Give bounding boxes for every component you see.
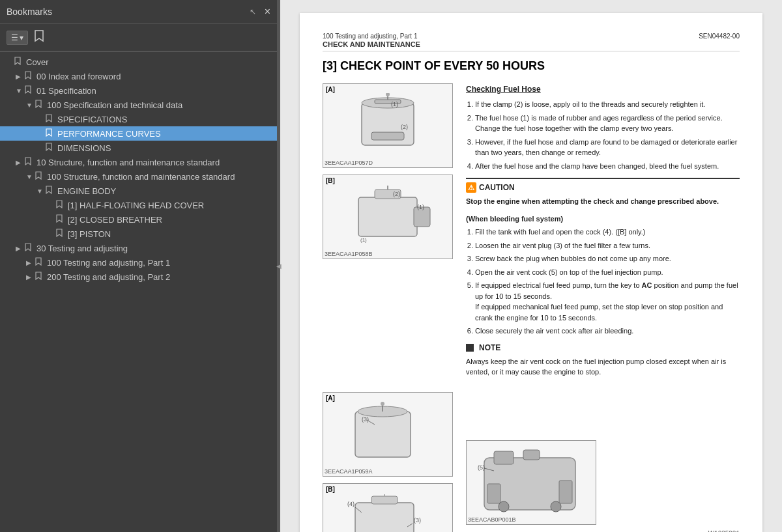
checking-steps-list: If the clamp (2) is loose, apply oil to … — [475, 99, 740, 171]
tree-item-half-float[interactable]: [1] HALF-FLOATING HEAD COVER — [0, 198, 280, 212]
image-B2-svg: (4) (3) — [336, 493, 440, 533]
header-left-col: 100 Testing and adjusting, Part 1 CHECK … — [323, 33, 420, 48]
arrow-spec — [16, 87, 25, 94]
tree-item-structure[interactable]: 10 Structure, function and maintenance s… — [0, 155, 280, 169]
image-B2: [B] (4) (3) 3EEACAA1P060A — [323, 483, 453, 533]
svg-rect-32 — [559, 481, 572, 503]
checking-fuel-hose-title: Checking Fuel Hose — [466, 83, 740, 95]
label-spec: 01 Specification — [36, 86, 275, 96]
label-engine-body: ENGINE BODY — [57, 186, 275, 196]
new-bookmark-button[interactable] — [32, 28, 46, 47]
bookmark-engine-body — [46, 186, 55, 196]
image-A2: [A] (3) 3EEACAA1P059A — [323, 392, 453, 477]
checking-step-4: After the fuel hose and the clamp have b… — [475, 161, 740, 172]
image-B1-caption: 3EEACAA1P058B — [325, 251, 373, 257]
svg-text:(2): (2) — [401, 124, 408, 130]
bottom-images: [A] (3) 3EEACAA1P059A [B] — [323, 392, 453, 533]
checking-step-2: The fuel hose (1) is made of rubber and … — [475, 113, 740, 134]
doc-main-title: [3] CHECK POINT OF EVERY 50 HOURS — [323, 59, 740, 73]
tree-item-engine-body[interactable]: ENGINE BODY — [0, 184, 280, 198]
toolbar: ☰ ▾ — [0, 24, 280, 51]
bookmark-testing — [25, 243, 34, 253]
label-structure: 10 Structure, function and maintenance s… — [36, 158, 275, 167]
image-A2-label: [A] — [326, 395, 335, 402]
label-closed-breather: [2] CLOSED BREATHER — [68, 215, 275, 225]
bookmark-dimensions — [46, 143, 55, 153]
note-icon — [466, 344, 474, 352]
svg-rect-30 — [523, 450, 540, 460]
panel-title: Bookmarks — [7, 7, 52, 17]
svg-text:(1): (1) — [360, 237, 367, 243]
bookmark-cover — [14, 57, 23, 67]
arrow-struct-100 — [26, 173, 35, 180]
header-subtitle: CHECK AND MAINTENANCE — [323, 40, 420, 48]
tree-item-specifications[interactable]: SPECIFICATIONS — [0, 112, 280, 126]
bleeding-step-2: Loosen the air vent plug (3) of the fuel… — [475, 240, 740, 251]
svg-text:(5): (5) — [478, 464, 485, 471]
bookmark-piston — [56, 229, 65, 239]
label-specifications: SPECIFICATIONS — [57, 115, 275, 124]
close-button[interactable]: × — [261, 5, 274, 18]
checking-step-3: However, if the fuel hose and clamp are … — [475, 137, 740, 158]
bookmark-performance — [46, 128, 55, 139]
caution-icon: ⚠ — [466, 182, 476, 193]
tree-item-struct-100[interactable]: 100 Structure, function and maintenance … — [0, 169, 280, 184]
tree-item-testing-100[interactable]: 100 Testing and adjusting, Part 1 — [0, 255, 280, 270]
image-engine: (5) 3EEACAB0P001B — [466, 440, 596, 525]
bleeding-step-1: Fill the tank with fuel and open the coc… — [475, 227, 740, 238]
tree-item-spec-technical[interactable]: 100 Specification and technical data — [0, 98, 280, 112]
caution-box: ⚠ CAUTION Stop the engine when attemptin… — [466, 178, 740, 207]
resize-handle[interactable] — [277, 0, 280, 532]
svg-rect-7 — [371, 132, 404, 140]
list-view-button[interactable]: ☰ ▾ — [7, 31, 28, 45]
label-index: 00 Index and foreword — [36, 72, 275, 81]
caution-title: ⚠ CAUTION — [466, 182, 740, 193]
tree-item-piston[interactable]: [3] PISTON — [0, 227, 280, 241]
svg-text:(3): (3) — [362, 416, 369, 423]
arrow-engine-body — [36, 188, 46, 195]
tree-item-performance[interactable]: PERFORMANCE CURVES — [0, 126, 280, 141]
tree-item-index[interactable]: 00 Index and foreword — [0, 69, 280, 83]
header-right: SEN04482-00 — [699, 33, 740, 48]
label-piston: [3] PISTON — [68, 229, 275, 239]
svg-rect-29 — [494, 451, 514, 464]
bookmark-spec-technical — [35, 100, 44, 110]
label-spec-technical: 100 Specification and technical data — [47, 100, 275, 110]
bookmark-specifications — [46, 114, 55, 124]
svg-text:(4): (4) — [347, 501, 355, 507]
note-label: NOTE — [479, 342, 500, 354]
label-testing: 30 Testing and adjusting — [36, 244, 275, 253]
bookmark-structure — [25, 157, 34, 167]
tree-item-testing-200[interactable]: 200 Testing and adjusting, Part 2 — [0, 270, 280, 284]
checking-step-1: If the clamp (2) is loose, apply oil to … — [475, 99, 740, 110]
label-struct-100: 100 Structure, function and maintenance … — [47, 172, 275, 182]
svg-rect-31 — [487, 484, 500, 503]
note-text: Always keep the air vent cock on the fue… — [466, 356, 740, 378]
bleeding-step-3: Screw back the plug when bubbles do not … — [475, 253, 740, 264]
svg-text:(1): (1) — [417, 204, 424, 210]
tree-item-testing[interactable]: 30 Testing and adjusting — [0, 241, 280, 255]
label-performance: PERFORMANCE CURVES — [57, 129, 275, 139]
bookmark-half-float — [56, 200, 65, 210]
caution-label: CAUTION — [479, 182, 515, 193]
svg-text:(3): (3) — [414, 517, 421, 524]
image-A1-svg: (1) (2) — [336, 93, 440, 158]
tree-item-cover[interactable]: Cover — [0, 55, 280, 69]
list-icon: ☰ — [11, 33, 18, 42]
label-half-float: [1] HALF-FLOATING HEAD COVER — [68, 201, 275, 210]
tree-item-closed-breather[interactable]: [2] CLOSED BREATHER — [0, 212, 280, 227]
legend-section: (5) 3EEACAB0P001B W1035921 (1) Fuel Hose… — [466, 392, 740, 533]
bookmark-testing-100 — [35, 257, 44, 268]
label-testing-200: 200 Testing and adjusting, Part 2 — [47, 272, 275, 282]
note-box: NOTE Always keep the air vent cock on th… — [466, 342, 740, 378]
tree-item-spec[interactable]: 01 Specification — [0, 83, 280, 98]
caution-text: Stop the engine when attempting the chec… — [466, 196, 740, 207]
image-B1: [B] (2) (1) (1) 3EEACAA1P058B — [323, 175, 453, 259]
label-testing-100: 100 Testing and adjusting, Part 1 — [47, 258, 275, 268]
image-A1-caption: 3EEACAA1P057D — [325, 160, 373, 166]
svg-rect-21 — [355, 503, 414, 533]
text-checking-fuel-hose: Checking Fuel Hose If the clamp (2) is l… — [466, 83, 740, 383]
note-title: NOTE — [466, 342, 740, 354]
tree-item-dimensions[interactable]: DIMENSIONS — [0, 141, 280, 155]
when-bleeding-title: (When bleeding fuel system) — [466, 214, 740, 225]
